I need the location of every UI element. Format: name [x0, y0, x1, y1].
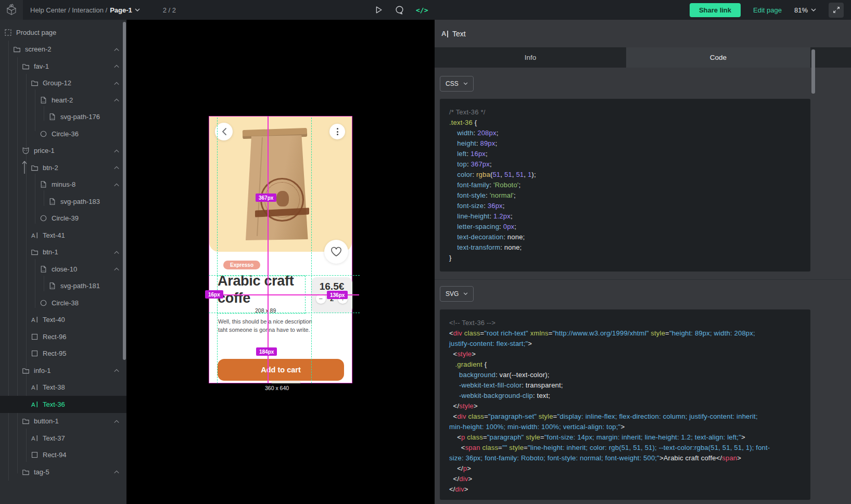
svg-file-icon: [40, 96, 47, 104]
code-line: <style>: [449, 349, 801, 359]
svg-file-icon: [40, 180, 47, 188]
product-description[interactable]: Well, this should be a nice description …: [218, 317, 312, 334]
text-type-icon: A: [441, 30, 448, 37]
layer-item-text-38[interactable]: AText-38: [0, 379, 126, 396]
css-language-select[interactable]: CSS: [440, 76, 474, 92]
inspector-panel: A Text Info Code CSS /* Text-36 */.text-…: [435, 20, 851, 504]
fullscreen-button[interactable]: [829, 3, 844, 18]
layer-item-text-36[interactable]: AText-36: [0, 396, 126, 413]
back-button[interactable]: [215, 123, 233, 140]
layer-item-heart-2[interactable]: heart-2: [0, 92, 126, 109]
code-line: </div>: [449, 474, 801, 484]
layer-item-svg-path-176[interactable]: svg-path-176: [0, 109, 126, 126]
layer-item-label: btn-1: [43, 248, 58, 256]
code-line: }: [449, 253, 801, 263]
layer-item-info-1[interactable]: info-1: [0, 362, 126, 379]
device-screen[interactable]: Expresso Arabic craft coffe 208 x 89 16.…: [209, 116, 352, 383]
layer-item-text-37[interactable]: AText-37: [0, 430, 126, 447]
svg-code-block: <!-- Text-36 --><div class="root rich-te…: [440, 309, 810, 500]
add-to-cart-button[interactable]: Add to cart: [218, 359, 344, 381]
layer-item-label: close-10: [52, 265, 77, 273]
description-line: taht someone is gonna have to write.: [218, 326, 312, 334]
favorite-button[interactable]: [324, 240, 348, 264]
layer-item-label: Text-36: [43, 400, 65, 408]
product-title[interactable]: Arabic craft coffe: [218, 273, 310, 307]
svg-language-select[interactable]: SVG: [440, 286, 474, 302]
flow-arrow-up-icon: [21, 160, 28, 175]
layer-item-label: Rect-96: [43, 333, 67, 341]
layer-item-circle-39[interactable]: Circle-39: [0, 210, 126, 227]
tab-code[interactable]: Code: [626, 47, 810, 68]
code-line: min-height: 100%; min-width: 100%; verti…: [449, 422, 801, 432]
layer-item-label: info-1: [34, 367, 51, 374]
layer-item-label: Product page: [16, 29, 56, 36]
code-line: font-style: 'normal';: [449, 190, 801, 201]
layer-item-svg-path-183[interactable]: svg-path-183: [0, 193, 126, 210]
code-line: left: 16px;: [449, 149, 801, 159]
breadcrumb[interactable]: Help Center / Interaction / Page-1: [30, 6, 140, 14]
code-line: text-decoration: none;: [449, 232, 801, 242]
code-view-button[interactable]: </>: [416, 6, 428, 14]
minus-button[interactable]: −: [316, 294, 326, 304]
chevron-up-icon: [113, 419, 120, 423]
tab-info[interactable]: Info: [435, 47, 626, 68]
layer-item-text-41[interactable]: AText-41: [0, 227, 126, 244]
sidebar-scrollbar[interactable]: [123, 22, 126, 360]
inspector-tabs: Info Code: [435, 47, 851, 68]
chevron-up-icon: [113, 267, 120, 271]
layer-item-label: tag-5: [34, 468, 49, 476]
layer-item-minus-8[interactable]: minus-8: [0, 176, 126, 193]
comment-icon: [395, 5, 404, 15]
layer-item-btn-2[interactable]: btn-2: [0, 159, 126, 176]
svg-text:A: A: [31, 317, 35, 323]
rect-icon: [31, 350, 39, 357]
layer-item-button-1[interactable]: button-1: [0, 413, 126, 430]
horizontal-guide-dashed: [209, 275, 360, 276]
layer-item-tag-5[interactable]: tag-5: [0, 463, 126, 481]
layer-item-circle-36[interactable]: Circle-36: [0, 125, 126, 143]
layer-item-label: Circle-38: [52, 299, 79, 307]
circle-icon: [40, 130, 47, 138]
heart-icon: [331, 247, 342, 257]
vertical-guide-dashed: [311, 118, 312, 383]
layer-item-close-10[interactable]: close-10: [0, 261, 126, 278]
layer-item-svg-path-181[interactable]: svg-path-181: [0, 278, 126, 295]
chevron-down-icon: [811, 8, 816, 12]
layer-item-rect-95[interactable]: Rect-95: [0, 345, 126, 363]
layer-item-product page[interactable]: Product page: [0, 24, 126, 41]
comments-button[interactable]: [395, 5, 404, 15]
chevron-up-icon: [113, 368, 120, 372]
app-logo[interactable]: [0, 0, 23, 20]
panel-scrollbar[interactable]: [811, 49, 815, 94]
layer-item-label: Text-37: [43, 434, 65, 442]
layer-item-fav-1[interactable]: fav-1: [0, 58, 126, 75]
layer-item-btn-1[interactable]: btn-1: [0, 244, 126, 261]
play-button[interactable]: [374, 5, 383, 15]
layer-item-rect-96[interactable]: Rect-96: [0, 328, 126, 345]
layer-item-screen-2[interactable]: screen-2: [0, 41, 126, 58]
svg-file-icon: [48, 282, 56, 290]
layer-item-text-40[interactable]: AText-40: [0, 312, 126, 329]
layer-item-price-1[interactable]: price-1: [0, 143, 126, 160]
layer-item-label: Circle-39: [52, 214, 79, 222]
share-link-button[interactable]: Share link: [690, 3, 741, 17]
category-tag[interactable]: Expresso: [223, 261, 260, 269]
mask-icon: [22, 147, 30, 154]
code-line: <!-- Text-36 -->: [449, 318, 801, 328]
layer-item-label: btn-2: [43, 164, 58, 172]
code-line: <div class="paragraph-set" style="displa…: [449, 411, 801, 422]
folder-icon: [13, 45, 21, 53]
layer-item-rect-94[interactable]: Rect-94: [0, 447, 126, 464]
design-canvas[interactable]: Expresso Arabic craft coffe 208 x 89 16.…: [126, 20, 435, 504]
svg-text:A: A: [31, 232, 35, 238]
kebab-menu-icon: [337, 128, 338, 130]
layer-item-circle-38[interactable]: Circle-38: [0, 294, 126, 312]
layer-item-label: Rect-94: [43, 451, 67, 459]
zoom-control[interactable]: 81%: [794, 6, 816, 14]
edit-page-link[interactable]: Edit page: [753, 6, 782, 14]
menu-button[interactable]: [329, 124, 345, 139]
frame-icon: [4, 29, 12, 36]
code-line: <div class="root rich-text" xmlns="http:…: [449, 328, 801, 339]
layer-item-group-12[interactable]: Group-12: [0, 75, 126, 92]
screen-dimensions-label: 360 x 640: [265, 385, 289, 391]
